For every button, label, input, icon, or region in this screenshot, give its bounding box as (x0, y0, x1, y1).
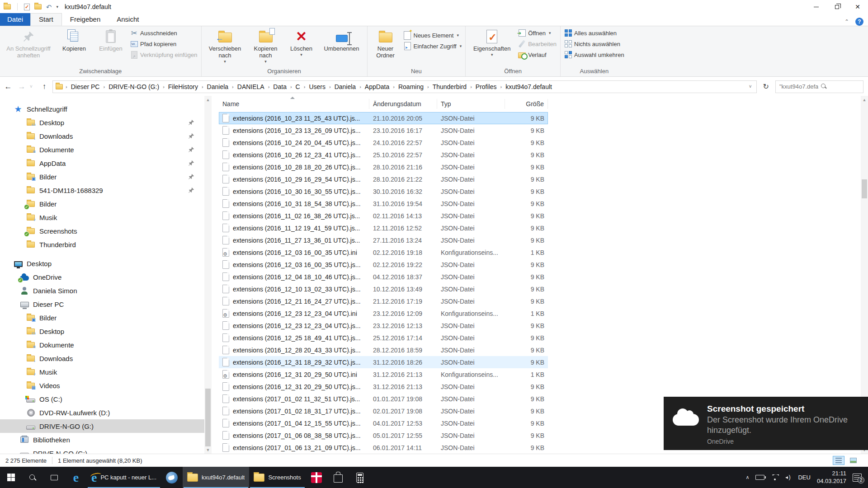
sidebar-item-dvd-rw-laufwerk-d[interactable]: DVD-RW-Laufwerk (D:) (0, 406, 204, 419)
table-row[interactable]: extensions (2016_12_31 20_29_50 UTC).js.… (219, 380, 548, 393)
breadcrumb-item-thunderbird[interactable]: Thunderbird (431, 82, 469, 92)
breadcrumb-item-daniela[interactable]: Daniela (205, 82, 230, 92)
table-row[interactable]: extensions (2016_11_12 19_41_59 UTC).js.… (219, 222, 548, 234)
column-header-name[interactable]: Name (219, 99, 369, 109)
taskbar-folder-screenshots-button[interactable]: Screenshots (249, 467, 305, 488)
qat-customize-icon[interactable]: ▾ (57, 5, 59, 9)
copy-to-button[interactable]: Kopieren nach ▾ (247, 27, 285, 65)
move-to-button[interactable]: ← Verschieben nach ▾ (203, 27, 247, 65)
breadcrumb-item-users[interactable]: Users (307, 82, 327, 92)
scroll-up-icon[interactable]: ▲ (204, 96, 212, 103)
table-row[interactable]: extensions (2016_12_21 16_24_27 UTC).js.… (219, 295, 548, 307)
table-row[interactable]: extensions (2017_01_06 08_38_58 UTC).js.… (219, 429, 548, 441)
table-row[interactable]: extensions (2016_12_25 18_49_41 UTC).js.… (219, 332, 548, 344)
sidebar-item-dokumente[interactable]: ≡Dokumente (0, 143, 204, 156)
sidebar-item-bilder[interactable]: ✓Bilder (0, 197, 204, 211)
collapse-ribbon-icon[interactable]: ⌃ (844, 19, 849, 25)
breadcrumb-item-daniela[interactable]: Daniela (333, 82, 358, 92)
wifi-icon[interactable] (771, 474, 779, 481)
address-dropdown-icon[interactable]: ˅ (745, 84, 755, 89)
column-header-size[interactable]: Größe (505, 99, 548, 109)
table-row[interactable]: extensions (2017_01_04 12_15_55 UTC).js.… (219, 417, 548, 429)
sidebar-item-onedrive[interactable]: ✓OneDrive (0, 270, 204, 284)
sidebar-item-screenshots[interactable]: ✓Screenshots (0, 224, 204, 238)
table-row[interactable]: extensions (2016_10_30 16_30_55 UTC).js.… (219, 185, 548, 197)
sidebar-item-desktop[interactable]: Desktop (0, 257, 204, 270)
select-none-button[interactable]: Nichts auswählen (564, 39, 624, 48)
sidebar-item-bilder[interactable]: ▣Bilder (0, 170, 204, 183)
qat-new-folder-icon[interactable] (34, 4, 42, 9)
volume-icon[interactable] (785, 474, 792, 481)
sidebar-item-desktop[interactable]: ▭Desktop (0, 116, 204, 129)
easy-access-button[interactable]: Einfacher Zugriff ▾ (404, 42, 462, 51)
taskbar-ie-pc-kaputt-neuer-l-button[interactable]: ePC kaputt - neuer L... (87, 467, 161, 488)
copy-path-button[interactable]: W.. Pfad kopieren (130, 39, 198, 48)
sidebar-item-bibliotheken[interactable]: Bibliotheken (0, 433, 204, 446)
close-button[interactable]: ✕ (847, 0, 868, 14)
tab-start[interactable]: Start (30, 13, 62, 26)
tab-freigeben[interactable]: Freigeben (62, 13, 109, 26)
breadcrumb-item-drive-n-go-g[interactable]: DRIVE-N-GO (G:) (107, 82, 161, 92)
table-row[interactable]: extensions (2016_10_31 18_54_38 UTC).js.… (219, 197, 548, 210)
table-row[interactable]: extensions (2016_12_03 16_00_35 UTC).ini… (219, 246, 548, 258)
column-header-type[interactable]: Typ (437, 99, 505, 109)
select-all-button[interactable]: Alles auswählen (564, 28, 624, 38)
sidebar-item-drive-n-go-g[interactable]: DRIVE-N-GO (G:) (0, 446, 204, 454)
taskbar-taskview-button[interactable] (43, 467, 65, 488)
table-row[interactable]: extensions (2017_01_02 11_32_51 UTC).js.… (219, 393, 548, 405)
table-row[interactable]: extensions (2016_12_23 12_23_04 UTC).js.… (219, 319, 548, 332)
sidebar-scrollbar[interactable]: ▲ ▼ (204, 96, 212, 454)
search-input[interactable]: "kxut94o7.default" durchsuchen (775, 80, 863, 93)
sidebar-item-dokumente[interactable]: ≡Dokumente (0, 338, 204, 352)
language-indicator[interactable]: DEU (798, 474, 810, 481)
breadcrumb-item-kxut94o7-default[interactable]: kxut94o7.default (504, 82, 554, 92)
minimize-button[interactable] (806, 0, 826, 14)
qat-undo-icon[interactable]: ↷ (46, 4, 52, 10)
recent-locations-icon[interactable]: ˅ (30, 84, 36, 89)
battery-icon[interactable] (755, 475, 764, 480)
table-row[interactable]: extensions (2016_12_31 18_29_32 UTC).js.… (219, 356, 548, 368)
table-row[interactable]: extensions (2016_10_23 11_25_43 UTC).js.… (219, 112, 548, 124)
table-row[interactable]: extensions (2016_10_26 12_23_41 UTC).js.… (219, 149, 548, 161)
taskbar-calc-button[interactable] (349, 467, 371, 488)
taskbar-tbird-button[interactable] (161, 467, 183, 488)
sidebar-item-musik[interactable]: ♪Musik (0, 365, 204, 379)
open-button[interactable]: Öffnen ▾ (518, 28, 557, 38)
sidebar-item-downloads[interactable]: ↓Downloads (0, 352, 204, 365)
taskbar-start-button[interactable] (0, 467, 22, 488)
action-center-icon[interactable]: 2 (853, 474, 862, 482)
table-row[interactable]: extensions (2016_11_27 13_36_01 UTC).js.… (219, 234, 548, 246)
tab-ansicht[interactable]: Ansicht (108, 13, 147, 26)
sidebar-item-541-dm118-1688329[interactable]: 541-DM118-1688329 (0, 183, 204, 197)
table-row[interactable]: extensions (2016_12_10 13_02_33 UTC).js.… (219, 283, 548, 295)
tab-datei[interactable]: Datei (0, 13, 30, 26)
table-row[interactable]: extensions (2016_10_29 16_29_54 UTC).js.… (219, 173, 548, 185)
details-view-button[interactable] (833, 456, 844, 465)
taskbar-edge-button[interactable]: e (65, 467, 87, 488)
help-icon[interactable]: ? (855, 18, 863, 26)
sidebar-item-os-c[interactable]: OS (C:) (0, 392, 204, 406)
copy-button[interactable]: Kopieren (55, 27, 93, 53)
breadcrumb-item-daniela[interactable]: DANIELA (236, 82, 266, 92)
table-row[interactable]: extensions (2016_12_03 16_00_35 UTC).js.… (219, 258, 548, 271)
thumbnails-view-button[interactable] (847, 456, 859, 465)
breadcrumb-item-appdata[interactable]: AppData (363, 82, 391, 92)
back-icon[interactable]: ← (3, 82, 14, 91)
invert-selection-button[interactable]: Auswahl umkehren (564, 50, 624, 59)
table-row[interactable]: extensions (2016_11_02 16_38_26 UTC).js.… (219, 210, 548, 222)
delete-button[interactable]: ✕ Löschen ▾ (285, 27, 318, 58)
tray-overflow-icon[interactable]: ∧ (745, 474, 749, 480)
table-row[interactable]: extensions (2016_12_04 18_10_46 UTC).js.… (219, 271, 548, 283)
taskbar-search-button[interactable] (22, 467, 43, 488)
cut-button[interactable]: ✂ Ausschneiden (130, 28, 198, 38)
scroll-down-icon[interactable]: ▼ (204, 446, 212, 454)
scroll-up-icon[interactable]: ▲ (861, 96, 868, 103)
table-row[interactable]: extensions (2016_12_28 20_43_33 UTC).js.… (219, 344, 548, 356)
sidebar-item-musik[interactable]: ♪Musik (0, 211, 204, 224)
sidebar-item-videos[interactable]: ▦Videos (0, 379, 204, 392)
sidebar-item-bilder[interactable]: ▣Bilder (0, 311, 204, 324)
history-button[interactable]: Verlauf (518, 50, 557, 59)
sidebar-item-downloads[interactable]: ↓Downloads (0, 129, 204, 143)
new-folder-button[interactable]: Neuer Ordner (369, 27, 402, 60)
table-row[interactable]: extensions (2016_10_24 20_04_45 UTC).js.… (219, 136, 548, 149)
